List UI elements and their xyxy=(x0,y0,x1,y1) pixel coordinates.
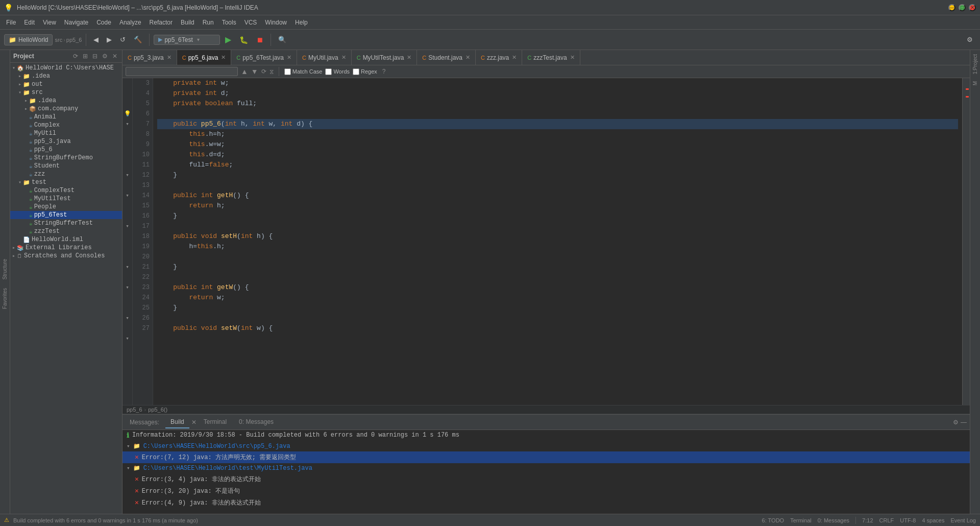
regex-option[interactable]: Regex xyxy=(353,68,377,75)
build-file2-row[interactable]: ▾ 📁 C:\Users\HASEE\HelloWorld\test\MyUti… xyxy=(122,463,970,473)
run-button[interactable]: ▶ xyxy=(222,33,234,46)
right-sidebar-tab2[interactable]: M xyxy=(971,79,979,87)
bottom-tab-build[interactable]: Build xyxy=(165,416,189,428)
encoding[interactable]: UTF-8 xyxy=(900,517,916,523)
forward-button[interactable]: ▶ xyxy=(104,34,115,45)
settings-button[interactable]: ⚙ xyxy=(964,34,976,45)
structure-tab[interactable]: Structure xyxy=(1,257,9,282)
match-case-option[interactable]: Match Case xyxy=(284,68,323,75)
tab-pp53[interactable]: C pp5_3.java ✕ xyxy=(122,50,177,65)
build-file1-row[interactable]: ▾ 📁 C:\Users\HASEE\HelloWorld\src\pp5_6.… xyxy=(122,441,970,451)
search-input[interactable] xyxy=(126,67,238,76)
messages-count[interactable]: 0: Messages xyxy=(818,517,849,523)
minimize-button[interactable]: — xyxy=(948,4,955,11)
match-case-checkbox[interactable] xyxy=(284,68,291,75)
event-log[interactable]: Event Log xyxy=(950,517,976,523)
menu-build[interactable]: Build xyxy=(177,17,199,28)
bottom-settings-button[interactable]: ⚙ xyxy=(953,419,959,426)
tree-item-complextest[interactable]: ▸ ☕ ComplexTest xyxy=(10,186,122,195)
favorites-tab[interactable]: Favorites xyxy=(1,286,9,311)
tree-item-scratches[interactable]: ▸ 🗒 Scratches and Consoles xyxy=(10,252,122,260)
bottom-tab-terminal[interactable]: Terminal xyxy=(199,416,232,428)
search-filter-button[interactable]: ⧖ xyxy=(270,68,274,75)
code-editor[interactable]: private int w; private int d; private bo… xyxy=(153,78,962,405)
tree-item-myutiltest[interactable]: ▸ ☕ MyUtilTest xyxy=(10,195,122,203)
search-refresh-button[interactable]: ⟳ xyxy=(261,68,266,75)
tree-item-complex[interactable]: ▸ ☕ Complex xyxy=(10,121,122,129)
build-error3-row[interactable]: ✕ Error:(3, 20) java: 不是语句 xyxy=(122,485,970,497)
menu-help[interactable]: Help xyxy=(291,17,312,28)
menu-edit[interactable]: Edit xyxy=(20,17,39,28)
tree-item-myutil[interactable]: ▸ ☕ MyUtil xyxy=(10,129,122,137)
tree-item-out[interactable]: ▸ 📁 out xyxy=(10,80,122,88)
expand-all-button[interactable]: ⊞ xyxy=(81,52,89,60)
todo-count[interactable]: 6: TODO xyxy=(762,517,785,523)
collapse-all-button[interactable]: ⊟ xyxy=(91,52,99,60)
tab-myutiltest[interactable]: C MyUtilTest.java ✕ xyxy=(352,50,418,65)
indent-size[interactable]: 4 spaces xyxy=(922,517,944,523)
settings-panel-button[interactable]: ⚙ xyxy=(101,52,109,60)
build-info-row[interactable]: ℹ Information: 2019/9/30 18:58 - Build c… xyxy=(122,430,970,441)
build-tab-close[interactable]: ✕ xyxy=(191,419,197,426)
line-endings[interactable]: CRLF xyxy=(879,517,894,523)
menu-code[interactable]: Code xyxy=(92,17,115,28)
search-down-button[interactable]: ▼ xyxy=(251,67,258,76)
words-option[interactable]: Words xyxy=(325,68,350,75)
maximize-button[interactable]: □ xyxy=(959,4,966,11)
tree-item-src[interactable]: ▾ 📁 src xyxy=(10,88,122,97)
tree-item-zzztest[interactable]: ▸ ☕ zzzTest xyxy=(10,227,122,235)
run-config[interactable]: pp5_6Test xyxy=(164,36,192,43)
tree-item-zzz[interactable]: ▸ ☕ zzz xyxy=(10,170,122,178)
bottom-tab-messages[interactable]: 0: Messages xyxy=(234,416,279,428)
debug-button[interactable]: 🐛 xyxy=(236,34,251,46)
tree-item-student[interactable]: ▸ ☕ Student xyxy=(10,162,122,170)
menu-view[interactable]: View xyxy=(39,17,60,28)
menu-navigate[interactable]: Navigate xyxy=(60,17,92,28)
tree-item-idea[interactable]: ▸ 📁 .idea xyxy=(10,72,122,80)
tree-item-helloworld-iml[interactable]: ▸ 📄 HelloWorld.iml xyxy=(10,235,122,244)
tree-item-stringbufferdemo[interactable]: ▸ ☕ StringBufferDemo xyxy=(10,154,122,162)
bottom-minimize-button[interactable]: — xyxy=(961,419,967,426)
tree-item-com-company[interactable]: ▸ 📦 com.company xyxy=(10,105,122,113)
tree-item-animal[interactable]: ▸ ☕ Animal xyxy=(10,113,122,121)
build-error2-row[interactable]: ✕ Error:(3, 4) java: 非法的表达式开始 xyxy=(122,473,970,485)
cursor-position[interactable]: 7:12 xyxy=(862,517,873,523)
tab-pp56test[interactable]: C pp5_6Test.java ✕ xyxy=(231,50,297,65)
menu-window[interactable]: Window xyxy=(261,17,291,28)
right-sidebar-tab1[interactable]: 1:Project xyxy=(971,52,979,76)
tree-item-helloworld[interactable]: ▾ 🏠 HelloWorld C:\Users\HASE xyxy=(10,64,122,72)
terminal-link[interactable]: Terminal xyxy=(790,517,812,523)
menu-run[interactable]: Run xyxy=(199,17,218,28)
menu-vcs[interactable]: VCS xyxy=(240,17,261,28)
tree-item-stringbuffertest[interactable]: ▸ ☕ StringBufferTest xyxy=(10,219,122,227)
search-everywhere-button[interactable]: 🔍 xyxy=(275,34,289,45)
tree-item-pp53[interactable]: ▸ ☕ pp5_3.java xyxy=(10,137,122,146)
breadcrumb-item1[interactable]: pp5_6 xyxy=(127,407,142,413)
project-switcher[interactable]: HelloWorld xyxy=(18,36,48,43)
menu-refactor[interactable]: Refactor xyxy=(145,17,177,28)
words-checkbox[interactable] xyxy=(325,68,332,75)
menu-file[interactable]: File xyxy=(2,17,20,28)
tree-item-test[interactable]: ▾ 📁 test xyxy=(10,178,122,186)
menu-analyze[interactable]: Analyze xyxy=(115,17,145,28)
back-button[interactable]: ◀ xyxy=(90,34,102,45)
tab-myutil[interactable]: C MyUtil.java ✕ xyxy=(297,50,352,65)
tab-zzz[interactable]: C zzz.java ✕ xyxy=(476,50,522,65)
build-error4-row[interactable]: ✕ Error:(4, 9) java: 非法的表达式开始 xyxy=(122,497,970,509)
search-up-button[interactable]: ▲ xyxy=(241,67,248,76)
regex-checkbox[interactable] xyxy=(353,68,359,75)
close-button[interactable]: ✕ xyxy=(969,4,976,11)
tab-zzztest[interactable]: C zzzTest.java ✕ xyxy=(522,50,580,65)
tab-student[interactable]: C Student.java ✕ xyxy=(417,50,476,65)
menu-tools[interactable]: Tools xyxy=(218,17,240,28)
close-panel-button[interactable]: ✕ xyxy=(111,52,119,60)
build-button[interactable]: 🔨 xyxy=(131,34,145,45)
tree-item-pp56[interactable]: ▸ ☕ pp5_6 xyxy=(10,146,122,154)
refresh-button[interactable]: ↺ xyxy=(117,34,129,45)
tree-item-external-libs[interactable]: ▸ 📚 External Libraries xyxy=(10,244,122,252)
tab-pp56[interactable]: C pp5_6.java ✕ xyxy=(177,50,232,65)
tree-item-pp56test[interactable]: ▸ ☕ pp5_6Test xyxy=(10,211,122,219)
breadcrumb-item2[interactable]: pp5_6() xyxy=(148,407,167,413)
stop-button[interactable]: ⏹ xyxy=(253,34,266,46)
tree-item-src-idea[interactable]: ▸ 📁 .idea xyxy=(10,97,122,105)
